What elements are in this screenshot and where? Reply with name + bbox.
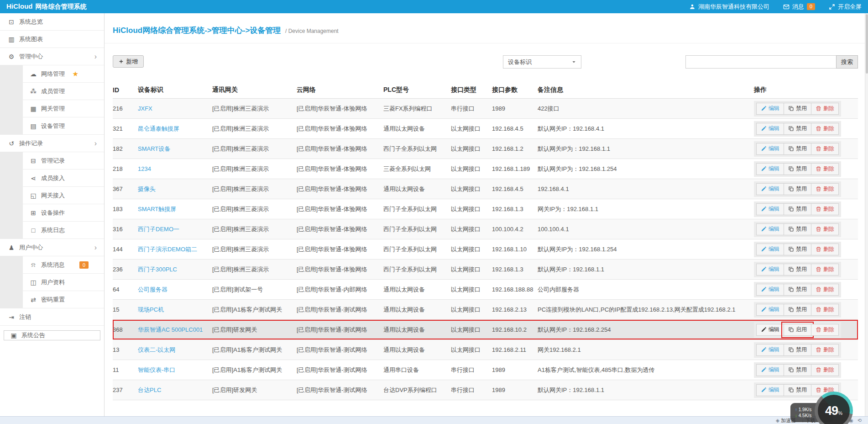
edit-button[interactable]: 编辑 [756,384,784,396]
cell-interface-param: 192.168.188.88 [492,286,538,293]
disable-button[interactable]: 禁用 [784,304,811,316]
cell-gateway: [已启用]研发网关 [212,386,297,394]
sidebar-item-user-profile[interactable]: ◫ 用户资料 ★ › [0,274,104,291]
device-name-link[interactable]: 台达PLC [138,387,161,393]
filter-select[interactable]: 设备标识 [503,55,581,69]
delete-button[interactable]: 删除 [811,163,839,175]
cell-plc-model: 西门子全系列以太网 [383,265,451,274]
device-name-link[interactable]: 昆仑通泰触摸屏 [138,125,179,132]
disable-button[interactable]: 禁用 [784,284,811,296]
device-name-link[interactable]: 西门子300PLC [138,266,177,273]
edit-button[interactable]: 编辑 [756,203,784,215]
device-name-link[interactable]: 仪表二-以太网 [138,346,175,353]
edit-button[interactable]: 编辑 [756,264,784,276]
device-name-link[interactable]: 华辰智通AC 500PLC001 [138,326,203,333]
fullscreen-toggle[interactable]: 开启全屏 [829,3,862,11]
sidebar-item-user-center[interactable]: ♟ 用户中心 ★ › [0,239,104,256]
sidebar-item-system-notice[interactable]: ▣ 系统公告 ★ › [4,330,100,340]
search-input[interactable] [685,55,836,69]
sidebar-item-system-overview[interactable]: ⊡ 系统总览 ★ › [0,13,104,31]
mail-icon [783,4,790,10]
sidebar-item-member-access[interactable]: ⋖ 成员接入 ★ › [0,170,104,187]
account-menu[interactable]: 湖南华辰智通科技有限公司 [689,3,769,11]
edit-button[interactable]: 编辑 [756,364,784,376]
browser-tool-icon[interactable]: ⟲ [858,418,862,423]
device-name-link[interactable]: 西门子演示DEMO箱二 [138,246,197,253]
column-header: 云网络 [297,86,383,94]
delete-button[interactable]: 删除 [811,304,839,316]
device-name-link[interactable]: 西门子DEMO一 [138,226,179,233]
disable-button[interactable]: 禁用 [784,163,811,175]
delete-button[interactable]: 删除 [811,223,839,235]
disable-button[interactable]: 禁用 [784,103,811,115]
edit-button[interactable]: 编辑 [756,143,784,155]
delete-button[interactable]: 删除 [811,324,839,336]
device-name-link[interactable]: 1234 [138,165,151,172]
sidebar-item-device-mgmt[interactable]: ▤ 设备管理 ★ › [0,117,104,135]
delete-button[interactable]: 删除 [811,364,839,376]
device-name-link[interactable]: 公司服务器 [138,286,167,293]
delete-button[interactable]: 删除 [811,103,839,115]
disable-button[interactable]: 禁用 [784,384,811,396]
edit-button[interactable]: 编辑 [756,223,784,235]
edit-button[interactable]: 编辑 [756,163,784,175]
sidebar-item-device-operation[interactable]: ⊞ 设备操作 ★ › [0,204,104,222]
delete-button[interactable]: 删除 [811,264,839,276]
disable-button[interactable]: 禁用 [784,123,811,135]
disable-button[interactable]: 禁用 [784,203,811,215]
device-name-link[interactable]: 智能仪表-串口 [138,366,175,373]
disable-button[interactable]: 禁用 [784,183,811,195]
disable-button[interactable]: 禁用 [784,143,811,155]
search-button[interactable]: 搜索 [836,55,858,69]
sidebar-item-gateway-mgmt[interactable]: ▦ 网关管理 ★ › [0,100,104,117]
disable-button[interactable]: 禁用 [784,244,811,255]
trash-icon [816,146,821,152]
device-name-link[interactable]: 摄像头 [138,186,156,192]
messages-menu[interactable]: 消息 0 [783,3,815,11]
edit-button[interactable]: 编辑 [756,344,784,356]
sidebar-item-gateway-access[interactable]: ◱ 网关接入 ★ › [0,187,104,204]
cell-actions: 编辑 禁用 删除 [754,302,858,318]
disable-button[interactable]: 禁用 [784,223,811,235]
sidebar-item-member-mgmt[interactable]: ⁂ 成员管理 ★ › [0,83,104,100]
delete-button[interactable]: 删除 [811,143,839,155]
cell-interface-param: 192.168.1.189 [492,165,538,172]
delete-button[interactable]: 删除 [811,203,839,215]
device-name-link[interactable]: SMART设备 [138,145,170,152]
edit-button[interactable]: 编辑 [756,324,784,336]
trash-icon [816,307,821,313]
scrollbar-thumb[interactable] [866,14,868,74]
disable-button[interactable]: 禁用 [784,344,811,356]
delete-button[interactable]: 删除 [811,284,839,296]
edit-button[interactable]: 编辑 [756,304,784,316]
add-device-button[interactable]: 新增 [113,55,144,68]
device-name-link[interactable]: JXFX [138,105,152,112]
enable-button[interactable]: 启用 [784,324,811,336]
edit-button[interactable]: 编辑 [756,103,784,115]
delete-button[interactable]: 删除 [811,344,839,356]
disable-button[interactable]: 禁用 [784,364,811,376]
trash-icon [816,286,821,292]
sidebar-item-system-log[interactable]: □ 系统日志 ★ › [0,222,104,239]
sidebar-item-admin-center[interactable]: ⚙ 管理中心 ★ › [0,48,104,65]
sidebar-item-password-reset[interactable]: ⇄ 密码重置 ★ › [0,291,104,308]
delete-button[interactable]: 删除 [811,123,839,135]
file-lines-icon: ⊟ [29,157,37,164]
disable-button[interactable]: 禁用 [784,264,811,276]
device-name-link[interactable]: SMART触摸屏 [138,206,176,212]
sidebar-item-system-messages[interactable]: ⍾ 系统消息 ★ 0 › [0,256,104,274]
device-name-link[interactable]: 现场PC机 [138,306,164,313]
edit-button[interactable]: 编辑 [756,183,784,195]
delete-button[interactable]: 删除 [811,183,839,195]
sidebar-item-logout[interactable]: ⇥ 注销 ★ › [0,308,104,326]
sidebar-item-operation-records[interactable]: ↺ 操作记录 ★ › [0,135,104,152]
sidebar-item-network-mgmt[interactable]: ☁ 网络管理 ★ › [0,65,104,83]
page-scrollbar[interactable] [865,13,868,416]
edit-button[interactable]: 编辑 [756,244,784,255]
table-row: 236 西门子300PLC [已启用]株洲三菱演示 [已启用]华辰智通-体验网络… [113,260,858,280]
edit-button[interactable]: 编辑 [756,123,784,135]
edit-button[interactable]: 编辑 [756,284,784,296]
sidebar-item-system-charts[interactable]: ▥ 系统图表 ★ › [0,31,104,48]
delete-button[interactable]: 删除 [811,244,839,255]
sidebar-item-admin-records[interactable]: ⊟ 管理记录 ★ › [0,152,104,170]
